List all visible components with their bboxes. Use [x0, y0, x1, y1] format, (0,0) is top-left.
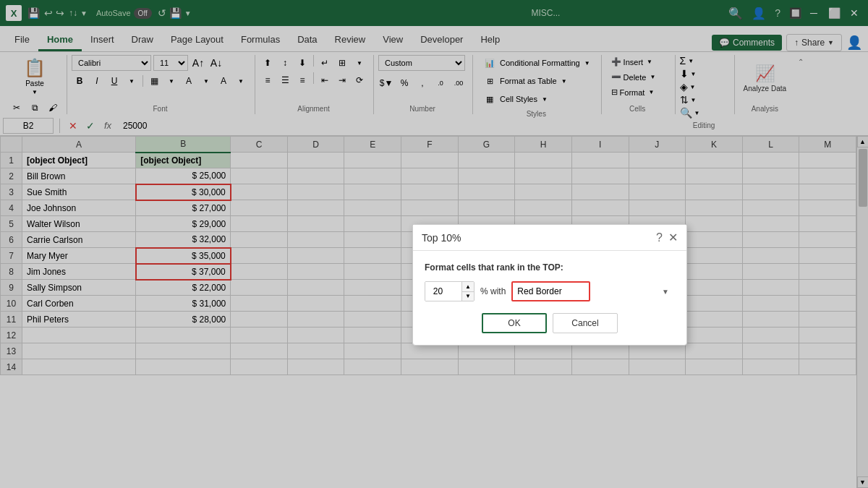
border-dropdown[interactable]: ▼ [163, 73, 179, 89]
cell-1-12[interactable] [799, 153, 856, 168]
increase-font-icon[interactable]: A↑ [190, 55, 206, 71]
border-button[interactable]: ▦ [146, 73, 162, 89]
cell-3-12[interactable] [799, 184, 856, 200]
cell-4-8[interactable] [571, 200, 629, 216]
cell-6-0[interactable]: Carrie Carlson [22, 232, 136, 248]
col-header-h[interactable]: H [515, 137, 572, 153]
cell-3-6[interactable] [458, 184, 515, 200]
cell-2-2[interactable] [231, 168, 288, 184]
cell-4-4[interactable] [344, 200, 401, 216]
align-top-icon[interactable]: ⬆ [260, 55, 276, 71]
cell-4-0[interactable]: Joe Johnson [22, 200, 136, 216]
cell-1-9[interactable] [629, 153, 686, 168]
cell-6-4[interactable] [344, 232, 401, 248]
cell-5-12[interactable] [799, 216, 856, 232]
cell-10-4[interactable] [344, 296, 401, 312]
cell-3-5[interactable] [401, 184, 459, 200]
cell-14-8[interactable] [571, 359, 629, 375]
cell-4-9[interactable] [629, 200, 686, 216]
scroll-down-btn[interactable]: ▼ [857, 476, 869, 488]
merge-dropdown[interactable]: ▼ [352, 55, 367, 71]
dialog-cancel-button[interactable]: Cancel [553, 313, 618, 333]
dialog-ok-button[interactable]: OK [482, 313, 547, 333]
cell-12-10[interactable] [686, 328, 743, 343]
cell-10-0[interactable]: Carl Corben [22, 296, 136, 312]
cell-6-11[interactable] [742, 232, 799, 248]
cell-12-12[interactable] [799, 328, 856, 343]
comments-button[interactable]: 💬 Comments [712, 35, 782, 51]
cell-5-3[interactable] [287, 216, 344, 232]
number-format-select[interactable]: Custom [378, 55, 465, 71]
cell-2-11[interactable] [742, 168, 799, 184]
col-header-b[interactable]: B [136, 137, 231, 153]
cell-14-0[interactable] [22, 359, 136, 375]
format-painter-icon[interactable]: 🖌 [45, 100, 61, 116]
refresh-icon[interactable]: ↺ [158, 7, 166, 19]
cell-7-2[interactable] [231, 248, 288, 264]
font-name-select[interactable]: Calibri [72, 55, 151, 71]
dropdown-more-icon[interactable]: ▼ [184, 9, 192, 17]
fill-dropdown[interactable]: ▼ [198, 73, 214, 89]
cell-3-3[interactable] [287, 184, 344, 200]
cell-2-12[interactable] [799, 168, 856, 184]
col-header-e[interactable]: E [344, 137, 401, 153]
increase-decimal-icon[interactable]: .00 [451, 75, 467, 91]
cell-7-11[interactable] [742, 248, 799, 264]
underline-dropdown[interactable]: ▼ [124, 73, 140, 89]
autosave-toggle[interactable]: Off [134, 8, 152, 19]
align-right-icon[interactable]: ≡ [294, 72, 310, 88]
cell-12-4[interactable] [344, 328, 401, 343]
cell-7-12[interactable] [799, 248, 856, 264]
confirm-formula-icon[interactable]: ✓ [83, 120, 98, 132]
cell-reference-input[interactable] [3, 118, 54, 134]
cell-6-10[interactable] [686, 232, 743, 248]
cell-11-0[interactable]: Phil Peters [22, 312, 136, 328]
cell-1-1[interactable]: [object Object] [136, 153, 231, 168]
cell-12-0[interactable] [22, 328, 136, 343]
cell-2-6[interactable] [458, 168, 515, 184]
cell-2-9[interactable] [629, 168, 686, 184]
delete-button[interactable]: ➖ Delete ▼ [606, 70, 661, 84]
cell-9-10[interactable] [686, 280, 743, 296]
cell-1-11[interactable] [742, 153, 799, 168]
cell-9-1[interactable]: $ 22,000 [136, 280, 231, 296]
cell-3-8[interactable] [571, 184, 629, 200]
ribbon-collapse-arrow[interactable]: ⌃ [798, 55, 809, 114]
sort-filter-button[interactable]: ⇅ ▼ [680, 94, 697, 106]
cell-2-0[interactable]: Bill Brown [22, 168, 136, 184]
cell-14-1[interactable] [136, 359, 231, 375]
cell-7-10[interactable] [686, 248, 743, 264]
restore-btn[interactable]: ⬜ [826, 5, 842, 21]
cell-3-4[interactable] [344, 184, 401, 200]
cell-4-12[interactable] [799, 200, 856, 216]
vertical-scrollbar[interactable]: ▲ ▼ [856, 136, 868, 488]
tab-data[interactable]: Data [289, 30, 326, 51]
cell-11-1[interactable]: $ 28,000 [136, 312, 231, 328]
cell-4-5[interactable] [401, 200, 459, 216]
merge-icon[interactable]: ⊞ [334, 55, 350, 71]
col-header-k[interactable]: K [686, 137, 743, 153]
ribbon-collapse-icon[interactable]: 🔲 [789, 7, 801, 19]
cell-6-1[interactable]: $ 32,000 [136, 232, 231, 248]
cell-2-4[interactable] [344, 168, 401, 184]
cell-4-11[interactable] [742, 200, 799, 216]
cell-9-2[interactable] [231, 280, 288, 296]
cell-4-10[interactable] [686, 200, 743, 216]
cell-10-12[interactable] [799, 296, 856, 312]
cell-8-4[interactable] [344, 264, 401, 280]
tab-home[interactable]: Home [38, 30, 82, 51]
cell-14-7[interactable] [515, 359, 572, 375]
cell-13-11[interactable] [742, 343, 799, 359]
cell-1-6[interactable] [458, 153, 515, 168]
currency-icon[interactable]: $▼ [378, 75, 394, 91]
insert-button[interactable]: ➕ Insert ▼ [606, 55, 661, 69]
tab-help[interactable]: Help [472, 30, 509, 51]
spinner-up-button[interactable]: ▲ [462, 282, 474, 291]
save-icon[interactable]: 💾 [27, 7, 40, 19]
scroll-up-btn[interactable]: ▲ [857, 136, 869, 147]
increase-indent-icon[interactable]: ⇥ [334, 72, 350, 88]
cell-1-5[interactable] [401, 153, 459, 168]
cell-5-4[interactable] [344, 216, 401, 232]
cell-4-1[interactable]: $ 27,000 [136, 200, 231, 216]
cell-1-4[interactable] [344, 153, 401, 168]
